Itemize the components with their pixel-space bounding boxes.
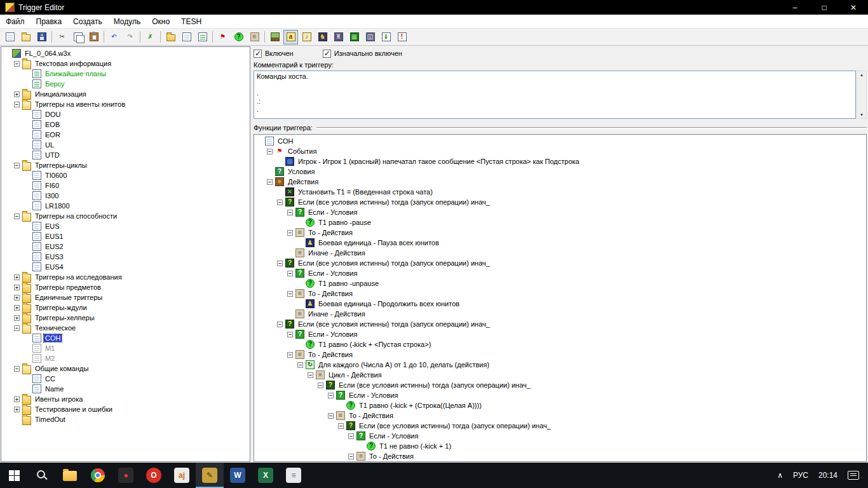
- menu-item[interactable]: Создать: [67, 15, 108, 29]
- trigger-editor-button[interactable]: a: [283, 30, 298, 44]
- tree-row[interactable]: −Триггеры-циклы: [1, 160, 250, 170]
- start-button[interactable]: [0, 463, 28, 488]
- tree-label[interactable]: EOB: [44, 121, 61, 128]
- notification-center-icon[interactable]: [848, 471, 859, 480]
- object-editor-button[interactable]: ♞: [315, 30, 330, 44]
- tree-row[interactable]: +Тестирование и ошибки: [1, 404, 250, 414]
- tree-row[interactable]: −?Если (все условия истинны) тогда (запу…: [254, 258, 866, 268]
- collapse-toggle-icon[interactable]: −: [277, 200, 283, 205]
- tree-label[interactable]: EOR: [44, 131, 62, 139]
- tree-row[interactable]: EUS3: [1, 252, 250, 262]
- tree-label[interactable]: M2: [44, 355, 56, 362]
- tree-row[interactable]: −≡То - Действия: [254, 349, 866, 360]
- tree-row[interactable]: COH: [1, 333, 250, 343]
- tree-label[interactable]: Если (все условия истинны) тогда (запуск…: [358, 422, 552, 430]
- collapse-toggle-icon[interactable]: −: [14, 214, 20, 219]
- collapse-toggle-icon[interactable]: −: [267, 149, 273, 154]
- tree-label[interactable]: Триггеры-циклы: [34, 161, 88, 169]
- tree-label[interactable]: T1 равно -unpause: [317, 280, 380, 287]
- sound-editor-button[interactable]: ♪: [299, 30, 314, 44]
- redo-button[interactable]: ↷: [123, 30, 137, 44]
- collapse-toggle-icon[interactable]: −: [348, 433, 354, 439]
- taskbar-chrome[interactable]: [84, 463, 112, 488]
- tree-row[interactable]: −↻Для каждого (Числа A) от 1 до 10, дела…: [254, 360, 866, 370]
- tree-label[interactable]: EUS2: [44, 243, 65, 250]
- tree-row[interactable]: +Триггеры предметов: [1, 282, 250, 292]
- tree-label[interactable]: UTD: [44, 151, 61, 159]
- expand-toggle-icon[interactable]: +: [14, 396, 20, 402]
- tree-row[interactable]: ?T1 не равно (-kick + 1): [254, 441, 866, 451]
- tree-label[interactable]: TimedOut: [34, 416, 67, 423]
- tree-row[interactable]: +Триггеры-хелперы: [1, 313, 250, 323]
- tree-label[interactable]: Триггеры-ждули: [34, 304, 88, 311]
- open-map-button[interactable]: [18, 30, 33, 44]
- tree-row[interactable]: TimedOut: [1, 414, 250, 424]
- undo-button[interactable]: ↶: [107, 30, 121, 44]
- collapse-toggle-icon[interactable]: −: [348, 454, 354, 459]
- import-manager-button[interactable]: ⇓: [379, 30, 393, 44]
- terrain-editor-button[interactable]: [268, 30, 282, 44]
- new-action-button[interactable]: ≡: [247, 30, 262, 44]
- tree-row[interactable]: ?T1 равно -unpause: [254, 278, 866, 288]
- tree-label[interactable]: T1 равно (-kick + (Строка((Целая A)))): [358, 402, 483, 409]
- tree-row[interactable]: −?Если - Условия: [254, 207, 866, 217]
- tree-label[interactable]: Если - Условия: [307, 208, 358, 216]
- tree-label[interactable]: Если - Условия: [368, 432, 419, 440]
- collapse-toggle-icon[interactable]: −: [287, 352, 293, 358]
- object-manager-button[interactable]: ◫: [363, 30, 377, 44]
- tree-row[interactable]: −Текстовая информация: [1, 58, 250, 69]
- tree-row[interactable]: ♦Игра - Поражение (Игрок((Число А))) с с…: [254, 461, 866, 462]
- tree-row[interactable]: −?Если (все условия истинны) тогда (запу…: [254, 319, 866, 329]
- tree-row[interactable]: UTD: [1, 150, 250, 160]
- tree-label[interactable]: DOU: [44, 111, 62, 118]
- tree-row[interactable]: −?Если (все условия истинны) тогда (запу…: [254, 197, 866, 207]
- tree-row[interactable]: M2: [1, 353, 250, 363]
- tree-row[interactable]: DOU: [1, 109, 250, 119]
- expand-toggle-icon[interactable]: +: [14, 305, 20, 311]
- collapse-toggle-icon[interactable]: −: [14, 325, 20, 331]
- tree-row[interactable]: LR1800: [1, 201, 250, 211]
- menu-item[interactable]: Файл: [0, 15, 31, 29]
- taskbar-app-aj[interactable]: aj: [168, 463, 196, 488]
- tree-label[interactable]: COH: [44, 334, 62, 342]
- tree-label[interactable]: T1 равно -pause: [317, 219, 372, 226]
- tree-row[interactable]: −?Если - Условия: [254, 268, 866, 278]
- tree-label[interactable]: Иначе - Действия: [307, 310, 367, 318]
- expand-toggle-icon[interactable]: +: [14, 285, 20, 290]
- paste-button[interactable]: [86, 30, 101, 44]
- tree-label[interactable]: Если - Условия: [348, 391, 399, 399]
- tree-row[interactable]: I300: [1, 191, 250, 201]
- menu-item[interactable]: Модуль: [108, 15, 147, 29]
- comment-textarea[interactable]: Команды хоста. . .: .: [254, 71, 856, 119]
- functions-tree-panel[interactable]: COH−⚑События◎Игрок - Игрок 1 (красный) н…: [254, 134, 867, 462]
- tree-label[interactable]: LR1800: [44, 202, 71, 210]
- tree-row[interactable]: EUS2: [1, 241, 250, 252]
- tree-row[interactable]: ♟Боевая единица - Пауза всех юнитов: [254, 238, 866, 248]
- collapse-toggle-icon[interactable]: −: [14, 163, 20, 168]
- tree-row[interactable]: ♟Боевая единица - Продолжить всех юнитов: [254, 299, 866, 309]
- tree-label[interactable]: Если (все условия истинны) тогда (запуск…: [337, 381, 532, 389]
- tree-label[interactable]: Если (все условия истинны) тогда (запуск…: [297, 320, 491, 328]
- search-button[interactable]: [28, 463, 56, 488]
- delete-button[interactable]: ✗: [143, 30, 158, 44]
- collapse-toggle-icon[interactable]: −: [328, 413, 334, 419]
- maximize-button[interactable]: □: [810, 0, 839, 15]
- collapse-toggle-icon[interactable]: −: [287, 291, 293, 297]
- tree-label[interactable]: Если - Условия: [307, 269, 358, 277]
- tree-label[interactable]: EUS4: [44, 263, 65, 271]
- taskbar-notepad[interactable]: ≡: [280, 463, 308, 488]
- tree-row[interactable]: −≡То - Действия: [254, 288, 866, 299]
- tree-row[interactable]: −≡То - Действия: [254, 451, 866, 461]
- taskbar-word[interactable]: W: [224, 463, 252, 488]
- tree-label[interactable]: FL_0_064.w3x: [24, 50, 72, 57]
- collapse-toggle-icon[interactable]: −: [287, 332, 293, 337]
- tree-row[interactable]: +Единичные триггеры: [1, 292, 250, 302]
- collapse-toggle-icon[interactable]: −: [338, 423, 344, 429]
- taskbar-excel[interactable]: X: [252, 463, 280, 488]
- tree-label[interactable]: Игрок - Игрок 1 (красный) напечатал тако…: [297, 158, 581, 165]
- tree-label[interactable]: T1 равно (-kick + <Пустая строка>): [317, 341, 432, 348]
- tree-row[interactable]: −Техническое: [1, 323, 250, 333]
- comment-scrollbar[interactable]: ▲ ▼: [857, 71, 867, 119]
- tree-row[interactable]: EOR: [1, 130, 250, 140]
- collapse-toggle-icon[interactable]: −: [267, 179, 273, 185]
